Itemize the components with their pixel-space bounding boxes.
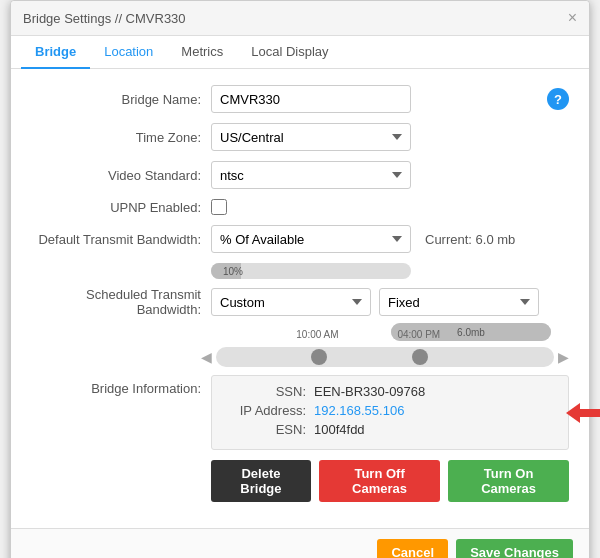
dialog-body: Bridge Name: ? Time Zone: US/Central US/… xyxy=(11,69,589,528)
ip-row: IP Address: 192.168.55.106 xyxy=(224,403,556,418)
current-bandwidth-text: Current: 6.0 mb xyxy=(425,232,515,247)
time-zone-row: Time Zone: US/Central US/Eastern US/Moun… xyxy=(31,123,569,151)
ssn-row: SSN: EEN-BR330-09768 xyxy=(224,384,556,399)
default-bandwidth-row: Default Transmit Bandwidth: % Of Availab… xyxy=(31,225,569,253)
bridge-info-box: SSN: EEN-BR330-09768 IP Address: 192.168… xyxy=(211,375,569,450)
time-slider-track[interactable]: 10:00 AM 04:00 PM xyxy=(216,347,554,367)
upnp-row: UPNP Enabled: xyxy=(31,199,569,215)
time-handle-end[interactable] xyxy=(412,349,428,365)
bandwidth-slider-label: 10% xyxy=(223,266,243,277)
bridge-info-row: Bridge Information: SSN: EEN-BR330-09768… xyxy=(31,375,569,450)
svg-marker-1 xyxy=(566,403,580,423)
time-end-label: 04:00 PM xyxy=(397,329,440,340)
time-slider-wrapper: ◀ 10:00 AM 04:00 PM ▶ xyxy=(201,347,569,367)
time-slider-left-arrow[interactable]: ◀ xyxy=(201,349,212,365)
bridge-name-input[interactable] xyxy=(211,85,411,113)
dialog-footer: Cancel Save Changes xyxy=(11,528,589,558)
bridge-name-label: Bridge Name: xyxy=(31,92,211,107)
save-changes-button[interactable]: Save Changes xyxy=(456,539,573,558)
red-arrow-indicator xyxy=(566,399,600,427)
time-slider-right-arrow[interactable]: ▶ xyxy=(558,349,569,365)
video-standard-select[interactable]: ntsc pal xyxy=(211,161,411,189)
esn-row: ESN: 100f4fdd xyxy=(224,422,556,437)
bandwidth-slider-track[interactable]: 10% xyxy=(211,263,411,279)
time-start-label: 10:00 AM xyxy=(296,329,338,340)
bandwidth-slider-container: 10% xyxy=(211,263,569,279)
upnp-label: UPNP Enabled: xyxy=(31,200,211,215)
delete-bridge-button[interactable]: Delete Bridge xyxy=(211,460,311,502)
ip-label: IP Address: xyxy=(224,403,314,418)
scheduled-bandwidth-select1[interactable]: Custom Fixed % Of Available xyxy=(211,288,371,316)
dialog-title-bar: Bridge Settings // CMVR330 × xyxy=(11,1,589,36)
tab-location[interactable]: Location xyxy=(90,36,167,69)
ip-value[interactable]: 192.168.55.106 xyxy=(314,403,404,418)
upnp-checkbox[interactable] xyxy=(211,199,227,215)
scheduled-selects: Custom Fixed % Of Available Fixed % Of A… xyxy=(211,288,539,316)
ssn-label: SSN: xyxy=(224,384,314,399)
ssn-value: EEN-BR330-09768 xyxy=(314,384,425,399)
turn-off-cameras-button[interactable]: Turn Off Cameras xyxy=(319,460,440,502)
action-buttons: Delete Bridge Turn Off Cameras Turn On C… xyxy=(211,460,569,502)
fixed-bandwidth-label: 6.0mb xyxy=(457,327,485,338)
scheduled-bandwidth-select2[interactable]: Fixed % Of Available Custom xyxy=(379,288,539,316)
default-bandwidth-select[interactable]: % Of Available Fixed Custom xyxy=(211,225,411,253)
turn-on-cameras-button[interactable]: Turn On Cameras xyxy=(448,460,569,502)
tab-bar: Bridge Location Metrics Local Display xyxy=(11,36,589,69)
time-zone-label: Time Zone: xyxy=(31,130,211,145)
video-standard-label: Video Standard: xyxy=(31,168,211,183)
tab-local-display[interactable]: Local Display xyxy=(237,36,342,69)
esn-label: ESN: xyxy=(224,422,314,437)
time-handle-start[interactable] xyxy=(311,349,327,365)
scheduled-bandwidth-label: Scheduled Transmit Bandwidth: xyxy=(31,287,211,317)
time-zone-select[interactable]: US/Central US/Eastern US/Mountain US/Pac… xyxy=(211,123,411,151)
default-bandwidth-label: Default Transmit Bandwidth: xyxy=(31,232,211,247)
dialog-title-text: Bridge Settings // CMVR330 xyxy=(23,11,186,26)
tab-bridge[interactable]: Bridge xyxy=(21,36,90,69)
video-standard-row: Video Standard: ntsc pal xyxy=(31,161,569,189)
help-icon[interactable]: ? xyxy=(547,88,569,110)
bridge-name-row: Bridge Name: ? xyxy=(31,85,569,113)
red-arrow-icon xyxy=(566,399,600,427)
dialog: Bridge Settings // CMVR330 × Bridge Loca… xyxy=(10,0,590,558)
close-icon[interactable]: × xyxy=(568,9,577,27)
tab-metrics[interactable]: Metrics xyxy=(167,36,237,69)
bridge-info-wrapper: SSN: EEN-BR330-09768 IP Address: 192.168… xyxy=(211,375,569,450)
scheduled-bandwidth-row: Scheduled Transmit Bandwidth: Custom Fix… xyxy=(31,287,569,317)
bridge-info-label: Bridge Information: xyxy=(31,375,211,450)
svg-rect-0 xyxy=(580,409,600,417)
cancel-button[interactable]: Cancel xyxy=(377,539,448,558)
esn-value: 100f4fdd xyxy=(314,422,365,437)
